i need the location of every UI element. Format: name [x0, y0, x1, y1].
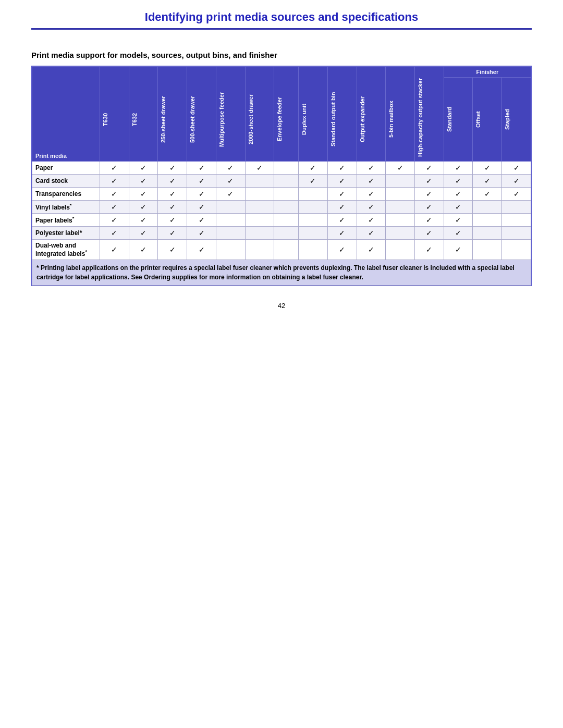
cell-fin_stapled [502, 201, 531, 214]
checkmark-icon: ✓ [140, 203, 146, 211]
cell-fin_offset: ✓ [473, 175, 502, 188]
checkmark-icon: ✓ [455, 245, 461, 254]
cell-t630: ✓ [100, 227, 129, 240]
cell-t632: ✓ [129, 227, 158, 240]
cell-duplex [299, 240, 328, 260]
cell-envelope [274, 201, 299, 214]
cell-drawer250: ✓ [158, 162, 187, 175]
col-header-t630: T630 [100, 67, 129, 162]
checkmark-icon: ✓ [111, 164, 117, 172]
checkmark-icon: ✓ [140, 190, 146, 198]
checkmark-icon: ✓ [484, 177, 491, 185]
col-header-envelope: Envelope feeder [274, 67, 299, 162]
footnote-cell: * Printing label applications on the pri… [32, 260, 531, 286]
cell-multipurpose [216, 227, 245, 240]
checkmark-icon: ✓ [426, 203, 432, 211]
cell-high_capacity: ✓ [414, 227, 444, 240]
cell-drawer2000 [245, 214, 274, 227]
cell-fin_stapled: ✓ [502, 175, 531, 188]
checkmark-icon: ✓ [169, 190, 176, 198]
cell-multipurpose [216, 201, 245, 214]
cell-high_capacity: ✓ [414, 188, 444, 201]
checkmark-icon: ✓ [111, 245, 117, 254]
cell-fin_standard: ✓ [444, 201, 473, 214]
checkmark-icon: ✓ [368, 177, 374, 185]
cell-standard_output: ✓ [327, 227, 357, 240]
cell-mailbox [386, 227, 415, 240]
cell-mailbox [386, 201, 415, 214]
cell-high_capacity: ✓ [414, 175, 444, 188]
cell-standard_output: ✓ [327, 162, 357, 175]
cell-drawer500: ✓ [187, 188, 216, 201]
cell-drawer500: ✓ [187, 214, 216, 227]
table-row: Paper✓✓✓✓✓✓✓✓✓✓✓✓✓✓ [32, 162, 531, 175]
cell-fin_stapled [502, 214, 531, 227]
checkmark-icon: ✓ [339, 245, 345, 254]
checkmark-icon: ✓ [339, 203, 345, 211]
cell-envelope [274, 214, 299, 227]
checkmark-icon: ✓ [140, 164, 146, 172]
checkmark-icon: ✓ [310, 164, 316, 172]
col-header-t632: T632 [129, 67, 158, 162]
checkmark-icon: ✓ [368, 203, 374, 211]
cell-fin_standard: ✓ [444, 214, 473, 227]
cell-multipurpose: ✓ [216, 188, 245, 201]
cell-envelope [274, 240, 299, 260]
cell-fin_standard: ✓ [444, 227, 473, 240]
checkmark-icon: ✓ [368, 190, 374, 198]
cell-drawer250: ✓ [158, 227, 187, 240]
cell-drawer2000 [245, 240, 274, 260]
cell-multipurpose [216, 240, 245, 260]
checkmark-icon: ✓ [199, 164, 205, 172]
cell-media-name: Polyester label* [32, 227, 100, 240]
cell-drawer250: ✓ [158, 188, 187, 201]
col-header-duplex: Duplex unit [299, 67, 328, 162]
cell-duplex [299, 201, 328, 214]
checkmark-icon: ✓ [111, 229, 117, 237]
cell-drawer2000 [245, 188, 274, 201]
cell-fin_stapled [502, 227, 531, 240]
cell-standard_output: ✓ [327, 175, 357, 188]
cell-drawer250: ✓ [158, 214, 187, 227]
cell-envelope [274, 227, 299, 240]
cell-duplex: ✓ [299, 162, 328, 175]
cell-mailbox [386, 175, 415, 188]
cell-standard_output: ✓ [327, 201, 357, 214]
cell-multipurpose: ✓ [216, 162, 245, 175]
col-header-output-expander: Output expander [357, 67, 386, 162]
checkmark-icon: ✓ [455, 203, 461, 211]
checkmark-icon: ✓ [227, 190, 234, 198]
table-body: Paper✓✓✓✓✓✓✓✓✓✓✓✓✓✓Card stock✓✓✓✓✓✓✓✓✓✓✓… [32, 162, 531, 286]
col-header-finisher: Finisher [444, 67, 531, 78]
cell-fin_stapled: ✓ [502, 162, 531, 175]
cell-drawer2000 [245, 201, 274, 214]
cell-fin_standard: ✓ [444, 175, 473, 188]
cell-output_expander: ✓ [357, 188, 386, 201]
cell-media-name: Paper labels* [32, 214, 100, 227]
cell-media-name: Paper [32, 162, 100, 175]
cell-drawer500: ✓ [187, 175, 216, 188]
cell-fin_offset: ✓ [473, 162, 502, 175]
checkmark-icon: ✓ [199, 216, 205, 224]
cell-drawer2000 [245, 227, 274, 240]
col-header-standard-output: Standard output bin [327, 67, 357, 162]
cell-t632: ✓ [129, 240, 158, 260]
cell-t630: ✓ [100, 201, 129, 214]
cell-t632: ✓ [129, 201, 158, 214]
col-header-drawer2000: 2000-sheet drawer [245, 67, 274, 162]
cell-high_capacity: ✓ [414, 214, 444, 227]
cell-high_capacity: ✓ [414, 162, 444, 175]
cell-t630: ✓ [100, 214, 129, 227]
col-header-drawer500: 500-sheet drawer [187, 67, 216, 162]
cell-drawer500: ✓ [187, 201, 216, 214]
cell-output_expander: ✓ [357, 240, 386, 260]
cell-t632: ✓ [129, 175, 158, 188]
cell-drawer500: ✓ [187, 227, 216, 240]
cell-drawer250: ✓ [158, 240, 187, 260]
checkmark-icon: ✓ [426, 216, 432, 224]
cell-output_expander: ✓ [357, 201, 386, 214]
cell-media-name: Dual-web and integrated labels* [32, 240, 100, 260]
footnote-row: * Printing label applications on the pri… [32, 260, 531, 286]
checkmark-icon: ✓ [455, 229, 461, 237]
checkmark-icon: ✓ [426, 164, 432, 172]
